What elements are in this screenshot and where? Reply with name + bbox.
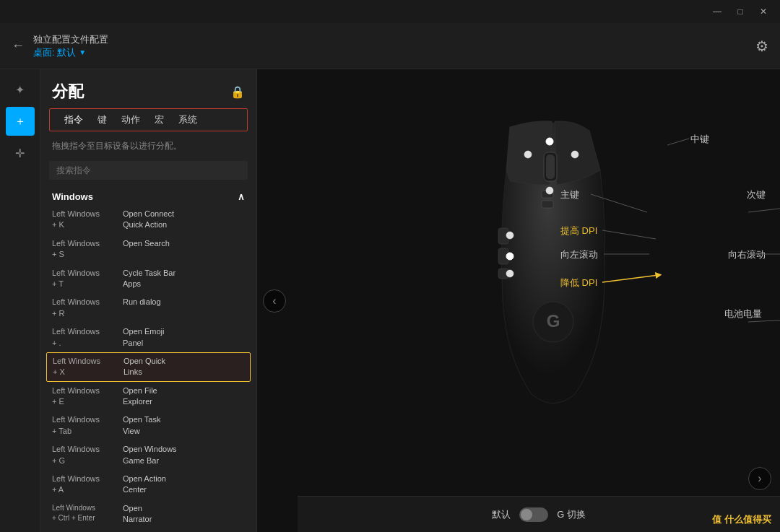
svg-point-15 — [546, 187, 553, 194]
label-secondary: 次键 — [747, 188, 766, 201]
cmd-key: Left Windows+ X — [53, 356, 118, 378]
cmd-key: Left Windows+ Ctrl + Enter — [52, 503, 117, 526]
cmd-label: OpenNarrator — [123, 503, 152, 526]
svg-point-10 — [571, 151, 578, 158]
label-middle: 中键 — [690, 133, 709, 146]
app-header: ← 独立配置文件配置 桌面: 默认 ▼ ⚙ — [0, 23, 780, 69]
cmd-label: Open ActionCenter — [123, 474, 166, 496]
close-button[interactable]: ✕ — [753, 4, 774, 19]
mouse-area: ‹ › — [257, 69, 780, 532]
tab-keys[interactable]: 键 — [92, 109, 113, 131]
cmd-label: Open ConnectQuick Action — [123, 209, 174, 231]
svg-rect-6 — [542, 201, 553, 208]
nav-next-button[interactable]: › — [748, 467, 771, 490]
cmd-key: Left Windows+ T — [52, 268, 117, 290]
cmd-label: Open Search — [123, 238, 170, 261]
tab-system[interactable]: 系统 — [173, 109, 203, 131]
cmd-item-narrator[interactable]: Left Windows+ Ctrl + Enter OpenNarrator — [40, 500, 256, 529]
cmd-label: Open EmojiPanel — [123, 326, 164, 349]
panel-desc: 拖拽指令至目标设备以进行分配。 — [40, 140, 256, 158]
default-label: 默认 — [492, 508, 511, 521]
sidebar-item-assign[interactable]: ＋ — [6, 107, 35, 136]
profile-name: 桌面: 默认 — [33, 46, 76, 59]
maximize-button[interactable]: □ — [729, 4, 751, 19]
svg-line-16 — [667, 139, 689, 145]
watermark-icon: 值 — [712, 514, 722, 525]
cmd-item-e[interactable]: Left Windows+ E Open FileExplorer — [40, 382, 256, 411]
svg-point-11 — [546, 138, 553, 145]
tab-macros[interactable]: 宏 — [149, 109, 170, 131]
chevron-up-icon[interactable]: ∧ — [238, 191, 245, 202]
cmd-key: Left Windows+ . — [52, 326, 117, 349]
label-scroll-right: 向右滚动 — [728, 248, 766, 261]
cmd-item-t[interactable]: Left Windows+ T Cycle Task BarApps — [40, 264, 256, 294]
tab-commands[interactable]: 指令 — [58, 109, 89, 131]
cmd-key: Left Windows+ K — [52, 209, 117, 231]
cmd-key: Left Windows+ E — [52, 385, 117, 408]
window-controls: — □ ✕ — [706, 4, 774, 19]
header-subtitle: 桌面: 默认 ▼ — [33, 46, 755, 59]
label-scroll-left: 向左滚动 — [560, 248, 598, 261]
svg-text:G: G — [547, 311, 560, 331]
sidebar-item-dpi[interactable]: ✛ — [6, 139, 35, 167]
cmd-item-k[interactable]: Left Windows+ K Open ConnectQuick Action — [40, 205, 256, 235]
cmd-item-g[interactable]: Left Windows+ G Open WindowsGame Bar — [40, 440, 256, 470]
cmd-item-dot[interactable]: Left Windows+ . Open EmojiPanel — [40, 323, 256, 352]
cmd-key: Left Windows+ Tab — [52, 414, 117, 437]
label-battery: 电池电量 — [724, 308, 762, 320]
profile-toggle[interactable] — [519, 507, 548, 522]
cmd-label: Cycle Task BarApps — [123, 268, 176, 290]
cmd-item-x[interactable]: Left Windows+ X Open QuickLinks — [46, 352, 251, 382]
header-info: 独立配置文件配置 桌面: 默认 ▼ — [33, 33, 755, 59]
nav-prev-button[interactable]: ‹ — [263, 289, 286, 313]
mouse-svg: G — [467, 113, 640, 416]
watermark: 值 什么值得买 — [712, 513, 771, 526]
plus-icon: ＋ — [14, 114, 26, 129]
svg-point-13 — [506, 253, 514, 260]
panel-header: 分配 🔒 — [40, 69, 256, 108]
cmd-label: Open WindowsGame Bar — [123, 444, 177, 466]
cmd-label: Open TaskView — [123, 414, 160, 437]
back-button[interactable]: ← — [12, 38, 25, 53]
minimize-button[interactable]: — — [706, 4, 728, 19]
label-dpi-up: 提高 DPI — [560, 224, 597, 237]
bottom-bar: 默认 G 切换 — [298, 496, 780, 532]
move-icon: ✛ — [15, 147, 25, 160]
svg-point-12 — [506, 232, 514, 239]
svg-point-9 — [524, 151, 532, 158]
main-layout: ✦ ＋ ✛ 分配 🔒 指令 键 动作 宏 系统 拖拽指令至目标设备以进行分配。 … — [0, 69, 780, 532]
watermark-text: 什么值得买 — [724, 514, 771, 525]
cmd-item-s[interactable]: Left Windows+ S Open Search — [40, 235, 256, 264]
search-input[interactable] — [49, 161, 248, 180]
section-title: Windows — [52, 191, 93, 202]
cmd-label: Open QuickLinks — [124, 356, 165, 378]
svg-rect-1 — [546, 154, 555, 179]
cmd-key: Left Windows+ R — [52, 297, 117, 319]
chevron-down-icon[interactable]: ▼ — [79, 48, 86, 56]
cmd-item-a[interactable]: Left Windows+ A Open ActionCenter — [40, 470, 256, 500]
sidebar-item-brightness[interactable]: ✦ — [6, 75, 35, 104]
section-header: Windows ∧ — [40, 186, 256, 205]
cmd-key: Left Windows+ G — [52, 444, 117, 466]
cmd-item-tab[interactable]: Left Windows+ Tab Open TaskView — [40, 411, 256, 440]
cmd-key: Left Windows+ A — [52, 474, 117, 496]
cmd-label: Open FileExplorer — [123, 385, 157, 408]
cmd-item-r[interactable]: Left Windows+ R Run dialog — [40, 293, 256, 323]
panel-title: 分配 — [52, 81, 84, 103]
command-tabs: 指令 键 动作 宏 系统 — [49, 108, 248, 131]
brightness-icon: ✦ — [15, 83, 25, 97]
cmd-item-d[interactable]: Left Windows+ D Hide/ShowDesktop — [40, 529, 256, 532]
icon-bar: ✦ ＋ ✛ — [0, 69, 40, 532]
header-title: 独立配置文件配置 — [33, 33, 755, 46]
label-dpi-down: 降低 DPI — [560, 276, 597, 289]
svg-point-14 — [506, 270, 514, 277]
lock-icon: 🔒 — [230, 85, 245, 99]
title-bar: — □ ✕ — [0, 0, 780, 23]
tab-actions[interactable]: 动作 — [116, 109, 146, 131]
assign-panel: 分配 🔒 指令 键 动作 宏 系统 拖拽指令至目标设备以进行分配。 Window… — [40, 69, 257, 532]
cmd-label: Run dialog — [123, 297, 161, 319]
g-label: G 切换 — [557, 508, 586, 521]
label-primary: 主键 — [560, 188, 579, 201]
command-list: Windows ∧ Left Windows+ K Open ConnectQu… — [40, 186, 256, 532]
settings-button[interactable]: ⚙ — [755, 38, 768, 55]
